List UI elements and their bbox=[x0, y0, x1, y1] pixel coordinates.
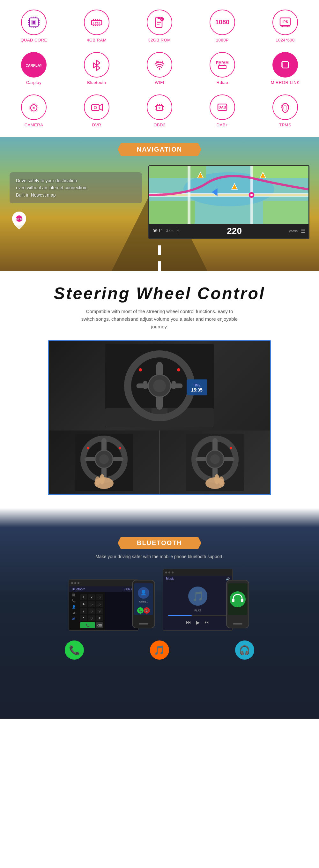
svg-point-116 bbox=[87, 447, 89, 449]
wifi-icon-circle: Wi-Fi bbox=[147, 52, 172, 78]
nav-distance: 3.4m bbox=[166, 229, 173, 232]
bt-music-screen: Music 🔊 🎵 FLAT ⏮ ▶ ⏭ bbox=[163, 569, 233, 631]
svg-rect-49 bbox=[282, 62, 288, 68]
music-progress-fill bbox=[168, 615, 192, 616]
phone-svg-left: 👤 Calling... 📞 📵 bbox=[131, 579, 156, 630]
bt-music-inner: 🎵 FLAT ⏮ ▶ ⏭ bbox=[163, 582, 232, 630]
bt-bottom-icons: 📞 🎵 🎧 bbox=[6, 641, 313, 660]
rdiao-label: Rdiao bbox=[217, 80, 228, 85]
svg-text:SD: SD bbox=[161, 19, 164, 21]
bluetooth-icon-circle bbox=[84, 52, 109, 78]
navigation-bottom-bar: 08:11 3.4m ↑ 220 yards ☰ bbox=[149, 224, 309, 238]
feature-bluetooth: Bluetooth bbox=[66, 49, 127, 88]
bt-key-9[interactable]: 9 bbox=[96, 608, 103, 614]
bt-key-hash[interactable]: # bbox=[96, 615, 103, 621]
steering-main-image: TIME 15:35 bbox=[49, 341, 270, 431]
bt-music-circle-icon[interactable]: 🎵 bbox=[150, 641, 169, 660]
navigation-map-display bbox=[149, 166, 309, 224]
svg-point-63 bbox=[159, 107, 160, 109]
steering-bottom-right-svg bbox=[186, 434, 244, 491]
bt-key-3[interactable]: 3 bbox=[96, 594, 103, 600]
feature-rdiao: FM/AM Rdiao bbox=[192, 49, 253, 88]
bt-music-dot-1 bbox=[165, 571, 167, 574]
steering-bottom-images bbox=[49, 431, 270, 494]
svg-point-68 bbox=[284, 105, 287, 111]
bt-key-5[interactable]: 5 bbox=[88, 601, 95, 607]
bt-keypad-area: 📞 👤 ⚙ ⌘ 1 2 3 4 5 6 7 8 bbox=[69, 592, 138, 630]
bt-music-title: Music bbox=[166, 577, 174, 581]
bt-key-0[interactable]: 0 bbox=[88, 615, 95, 621]
svg-point-43 bbox=[159, 68, 160, 70]
music-progress-bar bbox=[168, 615, 227, 616]
music-prev-icon[interactable]: ⏮ bbox=[186, 619, 191, 625]
svg-point-87 bbox=[250, 194, 253, 196]
bt-headphone-circle-icon[interactable]: 🎧 bbox=[235, 641, 254, 660]
bt-key-star[interactable]: * bbox=[80, 615, 87, 621]
svg-text:👤: 👤 bbox=[140, 589, 147, 595]
feature-tpms: TPMS bbox=[255, 91, 316, 130]
bt-music-header bbox=[163, 569, 232, 576]
bt-key-1[interactable]: 1 bbox=[80, 594, 87, 600]
music-play-icon[interactable]: ▶ bbox=[196, 619, 200, 625]
bt-right-container: Music 🔊 🎵 FLAT ⏮ ▶ ⏭ bbox=[163, 569, 250, 631]
feature-ips: IPS 1024*600 bbox=[255, 6, 316, 45]
32gb-rom-label: 32GB ROM bbox=[148, 38, 171, 42]
tpms-icon-circle bbox=[273, 94, 298, 120]
music-track-label: FLAT bbox=[194, 609, 201, 612]
4gb-ram-label: 4GB RAM bbox=[87, 38, 106, 42]
svg-point-127 bbox=[210, 455, 220, 464]
music-next-icon[interactable]: ⏭ bbox=[204, 619, 210, 625]
bt-key-4[interactable]: 4 bbox=[80, 601, 87, 607]
bt-screen-title: Bluetooth bbox=[72, 588, 85, 591]
svg-text:+: + bbox=[226, 104, 227, 107]
steering-bottom-right-image bbox=[160, 431, 270, 494]
bt-key-del[interactable]: ⌫ bbox=[96, 622, 103, 628]
bt-key-6[interactable]: 6 bbox=[96, 601, 103, 607]
bt-phone-right bbox=[225, 579, 250, 631]
bt-key-7[interactable]: 7 bbox=[80, 608, 87, 614]
tpms-label: TPMS bbox=[279, 123, 291, 127]
navigation-screen: 08:11 3.4m ↑ 220 yards ☰ bbox=[148, 165, 310, 239]
nav-unit: yards bbox=[289, 229, 298, 233]
bt-key-call[interactable]: 📞 bbox=[80, 622, 95, 628]
obd2-icon-circle bbox=[147, 94, 172, 120]
svg-point-104 bbox=[143, 385, 147, 389]
bt-sidebar-grid bbox=[72, 594, 75, 596]
feature-1080p: 1080 1080P bbox=[192, 6, 253, 45]
svg-text:DAB: DAB bbox=[219, 105, 226, 109]
bluetooth-screens: Bluetooth 9:06 PM 📞 👤 bbox=[6, 569, 313, 631]
svg-rect-19 bbox=[99, 22, 100, 24]
camera-icon-circle bbox=[21, 94, 46, 120]
feature-quad-core: QUAD CORE bbox=[3, 6, 64, 45]
svg-point-115 bbox=[119, 447, 121, 449]
svg-rect-141 bbox=[139, 623, 148, 624]
bt-screen-title-bar: Bluetooth 9:06 PM bbox=[69, 586, 138, 592]
feature-camera: CAMERA bbox=[3, 91, 64, 130]
steering-images-container: TIME 15:35 bbox=[48, 340, 271, 495]
bt-music-dot-2 bbox=[168, 571, 170, 574]
svg-point-131 bbox=[214, 474, 220, 485]
svg-point-67 bbox=[282, 103, 288, 112]
navigation-description: Drive safely to your destination even wi… bbox=[9, 172, 142, 203]
feature-wifi: Wi-Fi WIFI bbox=[129, 49, 190, 88]
bt-settings-icon: ⚙ bbox=[72, 611, 75, 615]
1080p-label: 1080P bbox=[216, 38, 229, 42]
camera-label: CAMERA bbox=[25, 123, 43, 127]
svg-point-103 bbox=[143, 381, 147, 384]
svg-text:TIME: TIME bbox=[193, 383, 201, 387]
bt-key-2[interactable]: 2 bbox=[88, 594, 95, 600]
bt-dot-1 bbox=[71, 582, 73, 584]
steering-bottom-left-image bbox=[49, 431, 160, 494]
navigation-section: NAVIGATION Drive safely to your destinat… bbox=[0, 137, 319, 271]
bt-screen-header-left bbox=[69, 580, 138, 586]
bt-phone-call-icon[interactable]: 📞 bbox=[65, 641, 84, 660]
1080p-icon-circle: 1080 bbox=[210, 9, 235, 35]
4gb-ram-icon-circle: 4G bbox=[84, 9, 109, 35]
dark-transition bbox=[0, 508, 319, 527]
bt-key-8[interactable]: 8 bbox=[88, 608, 95, 614]
svg-point-114 bbox=[99, 455, 109, 464]
bluetooth-label: Bluetooth bbox=[87, 80, 106, 85]
nav-desc-line1: Drive safely to your destination bbox=[16, 178, 77, 183]
navigation-text-block: Drive safely to your destination even wi… bbox=[9, 172, 142, 232]
svg-text:Calling...: Calling... bbox=[139, 600, 148, 603]
